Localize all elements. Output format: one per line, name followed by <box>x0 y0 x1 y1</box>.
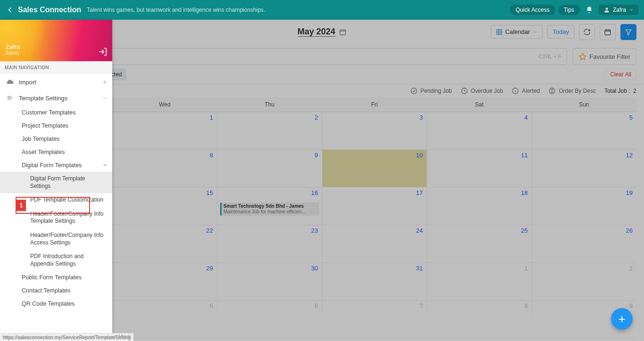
nav-digital-form-template-settings[interactable]: Digital Form Template Settings <box>0 172 112 193</box>
nav-customer-templates[interactable]: Customer Templates <box>0 106 112 119</box>
nav-qrcode-templates[interactable]: QR Code Templates <box>0 297 112 310</box>
nav-pdf-intro-appendix[interactable]: PDF Introduction and Appendix Settings <box>0 250 112 271</box>
svg-point-0 <box>606 8 608 10</box>
nav-template-settings[interactable]: Template Settings − <box>0 90 112 106</box>
quick-access-button[interactable]: Quick Access <box>510 5 555 15</box>
user-name: Zafra <box>613 7 626 13</box>
topbar: Sales Connection Talent wins games, but … <box>0 0 644 20</box>
nav-hf-access-settings[interactable]: Header/Footer/Company Info Access Settin… <box>0 228 112 250</box>
nav-public-form-templates[interactable]: Public Form Templates <box>0 271 112 284</box>
footer-name-fragment: n Musk <box>114 333 131 339</box>
list-icon <box>6 94 14 102</box>
avatar-icon <box>603 7 610 13</box>
nav-digital-form-templates[interactable]: Digital Form Templates − <box>0 159 112 172</box>
chevron-down-icon <box>629 8 634 12</box>
browser-status-url: https://salesconnection.my/ServiceReport… <box>0 333 133 341</box>
sidebar-username: Zafra <box>6 43 107 50</box>
sidebar-role: Admin <box>6 50 107 56</box>
sidebar: Zafra Admin MAIN NAVIGATION Import + Tem… <box>0 20 112 341</box>
nav-job-templates[interactable]: Job Templates <box>0 132 112 146</box>
annotation-number: 1 <box>17 200 26 211</box>
back-button[interactable] <box>6 6 14 14</box>
sidebar-header: Zafra Admin <box>0 20 112 61</box>
logout-icon[interactable] <box>98 47 107 57</box>
plus-icon: + <box>103 78 107 86</box>
bell-icon[interactable] <box>583 4 596 16</box>
tagline: Talent wins games, but teamwork and inte… <box>87 7 265 13</box>
tips-button[interactable]: Tips <box>558 5 580 15</box>
nav-asset-templates[interactable]: Asset Templates <box>0 146 112 159</box>
nav-import[interactable]: Import + <box>0 74 112 90</box>
minus-icon: − <box>103 162 107 169</box>
brand-title: Sales Connection <box>18 6 81 14</box>
add-fab[interactable]: + <box>611 308 633 330</box>
user-chip[interactable]: Zafra <box>599 5 638 15</box>
nav-project-templates[interactable]: Project Templates <box>0 119 112 132</box>
nav-contact-templates[interactable]: Contact Templates <box>0 284 112 297</box>
cloud-upload-icon <box>6 78 14 86</box>
minus-icon: − <box>103 94 107 102</box>
